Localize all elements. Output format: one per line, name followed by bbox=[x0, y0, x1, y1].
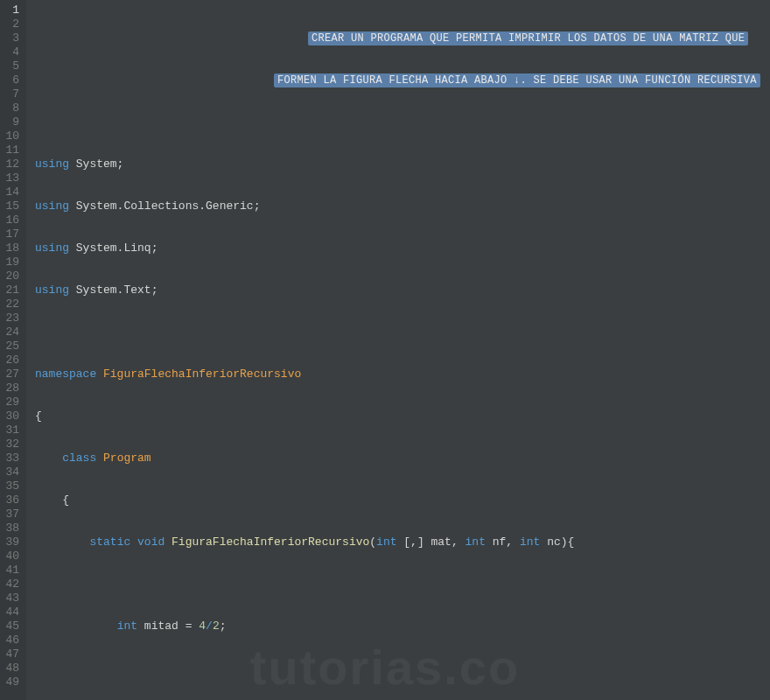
code-line bbox=[35, 116, 770, 130]
line-number: 18 bbox=[4, 242, 19, 256]
line-number: 28 bbox=[4, 382, 19, 396]
line-number: 32 bbox=[4, 438, 19, 452]
line-number: 2 bbox=[4, 18, 19, 32]
line-number: 4 bbox=[4, 46, 19, 60]
line-number: 11 bbox=[4, 144, 19, 158]
code-line bbox=[35, 662, 770, 676]
line-number: 27 bbox=[4, 368, 19, 382]
code-line: namespace FiguraFlechaInferiorRecursivo bbox=[35, 368, 770, 382]
line-number: 12 bbox=[4, 158, 19, 172]
line-number: 44 bbox=[4, 606, 19, 620]
code-line: static void FiguraFlechaInferiorRecursiv… bbox=[35, 536, 770, 550]
code-line: using System.Linq; bbox=[35, 242, 770, 256]
line-number: 16 bbox=[4, 214, 19, 228]
line-number: 34 bbox=[4, 466, 19, 480]
line-number: 45 bbox=[4, 620, 19, 634]
code-line: using System.Collections.Generic; bbox=[35, 200, 770, 214]
line-number: 47 bbox=[4, 648, 19, 662]
line-number: 24 bbox=[4, 326, 19, 340]
problem-banner-line2: FORMEN LA FIGURA FLECHA HACIA ABAJO ↓. S… bbox=[274, 74, 760, 88]
line-number: 17 bbox=[4, 228, 19, 242]
line-number: 30 bbox=[4, 410, 19, 424]
line-number: 40 bbox=[4, 550, 19, 564]
line-number: 13 bbox=[4, 172, 19, 186]
problem-banner-line1: CREAR UN PROGRAMA QUE PERMITA IMPRIMIR L… bbox=[308, 32, 748, 46]
code-line bbox=[35, 326, 770, 340]
line-number: 21 bbox=[4, 284, 19, 298]
code-line: FORMEN LA FIGURA FLECHA HACIA ABAJO ↓. S… bbox=[35, 74, 770, 88]
line-number: 20 bbox=[4, 270, 19, 284]
line-number: 31 bbox=[4, 424, 19, 438]
line-number: 3 bbox=[4, 32, 19, 46]
line-number: 42 bbox=[4, 578, 19, 592]
line-number: 22 bbox=[4, 298, 19, 312]
line-number: 25 bbox=[4, 340, 19, 354]
line-number: 5 bbox=[4, 60, 19, 74]
code-line: { bbox=[35, 494, 770, 508]
line-number: 29 bbox=[4, 396, 19, 410]
code-line bbox=[35, 578, 770, 592]
line-number: 38 bbox=[4, 522, 19, 536]
line-number: 26 bbox=[4, 354, 19, 368]
line-number: 6 bbox=[4, 74, 19, 88]
line-number: 14 bbox=[4, 186, 19, 200]
code-line: using System; bbox=[35, 158, 770, 172]
line-number: 35 bbox=[4, 480, 19, 494]
code-area[interactable]: CREAR UN PROGRAMA QUE PERMITA IMPRIMIR L… bbox=[26, 0, 770, 700]
line-number: 15 bbox=[4, 200, 19, 214]
code-line: { bbox=[35, 410, 770, 424]
code-line: int mitad = 4/2; bbox=[35, 620, 770, 634]
line-number: 39 bbox=[4, 536, 19, 550]
line-gutter: 1234567891011121314151617181920212223242… bbox=[0, 0, 26, 700]
line-number: 43 bbox=[4, 592, 19, 606]
line-number: 1 bbox=[4, 4, 19, 18]
line-number: 49 bbox=[4, 676, 19, 690]
line-number: 36 bbox=[4, 494, 19, 508]
line-number: 41 bbox=[4, 564, 19, 578]
code-line: CREAR UN PROGRAMA QUE PERMITA IMPRIMIR L… bbox=[35, 32, 770, 46]
line-number: 46 bbox=[4, 634, 19, 648]
code-line: class Program bbox=[35, 452, 770, 466]
line-number: 37 bbox=[4, 508, 19, 522]
code-line: using System.Text; bbox=[35, 284, 770, 298]
line-number: 33 bbox=[4, 452, 19, 466]
code-editor: 1234567891011121314151617181920212223242… bbox=[0, 0, 770, 700]
line-number: 19 bbox=[4, 256, 19, 270]
line-number: 9 bbox=[4, 116, 19, 130]
line-number: 23 bbox=[4, 312, 19, 326]
line-number: 7 bbox=[4, 88, 19, 102]
line-number: 8 bbox=[4, 102, 19, 116]
line-number: 10 bbox=[4, 130, 19, 144]
line-number: 48 bbox=[4, 662, 19, 676]
